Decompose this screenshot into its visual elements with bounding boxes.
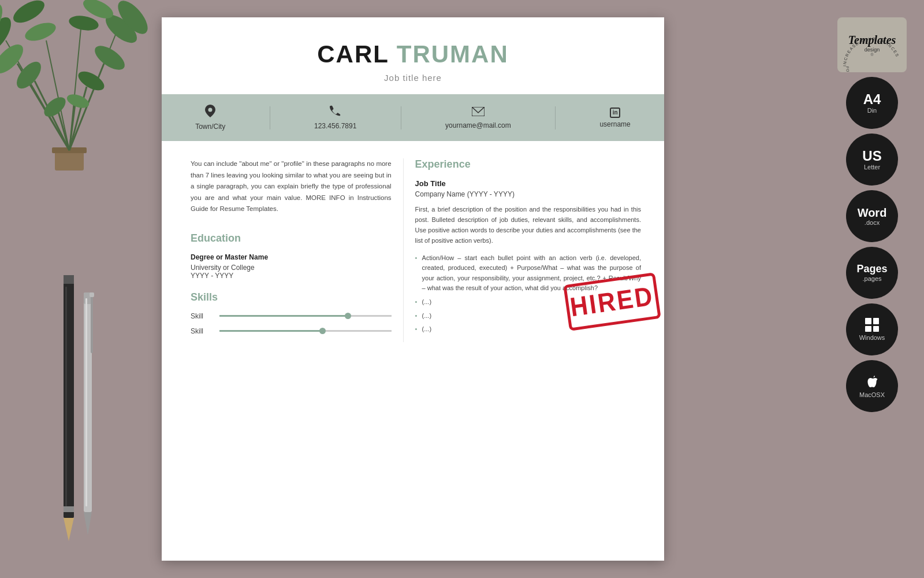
svg-rect-29 bbox=[64, 275, 74, 284]
skill-fill-1 bbox=[219, 315, 348, 317]
format-word-label: Word bbox=[858, 206, 887, 219]
location-text: Town/City bbox=[195, 123, 225, 131]
contact-divider-1 bbox=[270, 106, 270, 129]
svg-rect-28 bbox=[64, 506, 74, 512]
job-title: Job title here bbox=[196, 73, 629, 83]
contact-divider-2 bbox=[401, 106, 401, 129]
location-icon bbox=[205, 105, 215, 120]
svg-point-12 bbox=[40, 94, 69, 121]
format-a4[interactable]: A4 Din bbox=[846, 77, 898, 129]
apple-icon bbox=[866, 374, 878, 389]
stationery-decoration bbox=[29, 275, 133, 578]
templates-logo: INCREASE YOUR CHANCES FOR PERSONAL DEVEL… bbox=[837, 17, 907, 72]
resume-paper: CARL TRUMAN Job title here Town/City 123… bbox=[162, 17, 664, 561]
svg-line-9 bbox=[46, 40, 69, 150]
format-a4-label: A4 bbox=[863, 92, 881, 107]
templates-logo-text: Templates bbox=[848, 34, 896, 47]
format-windows[interactable]: Windows bbox=[846, 303, 898, 355]
templates-logo-registered: ® bbox=[870, 53, 873, 57]
svg-rect-30 bbox=[65, 287, 67, 506]
skills-heading: Skills bbox=[191, 291, 392, 303]
education-years: YYYY - YYYY bbox=[191, 272, 392, 280]
skill-label-1: Skill bbox=[191, 312, 214, 320]
format-macosx-label: MacOSX bbox=[859, 391, 885, 398]
format-us-sub: Letter bbox=[864, 164, 880, 171]
svg-point-19 bbox=[23, 19, 58, 45]
education-school: University or College bbox=[191, 264, 392, 272]
svg-marker-27 bbox=[64, 518, 74, 541]
last-name: TRUMAN bbox=[397, 40, 509, 68]
skill-dot-2 bbox=[319, 328, 326, 334]
windows-cell-3 bbox=[865, 326, 871, 332]
windows-cell-2 bbox=[873, 318, 880, 324]
svg-point-24 bbox=[10, 0, 48, 27]
email-icon bbox=[472, 106, 485, 119]
contact-linkedin: in username bbox=[599, 108, 630, 128]
resume-header: CARL TRUMAN Job title here bbox=[162, 17, 664, 94]
svg-point-37 bbox=[208, 108, 213, 112]
linkedin-icon: in bbox=[610, 108, 620, 118]
format-pages[interactable]: Pages .pages bbox=[846, 247, 898, 299]
skill-bar-1 bbox=[219, 315, 392, 317]
resume-left-column: You can include "about me" or "profile" … bbox=[162, 158, 403, 342]
experience-job-title: Job Title bbox=[415, 179, 641, 188]
svg-rect-31 bbox=[84, 292, 92, 512]
skill-dot-1 bbox=[345, 313, 351, 319]
skill-fill-2 bbox=[219, 330, 323, 332]
skills-section: Skills Skill Skill bbox=[191, 291, 392, 335]
experience-description: First, a brief description of the positi… bbox=[415, 204, 641, 246]
phone-icon bbox=[330, 105, 341, 120]
svg-point-21 bbox=[68, 14, 99, 33]
resume-right-column: Experience Job Title Company Name (YYYY … bbox=[403, 158, 664, 342]
format-us[interactable]: US Letter bbox=[846, 134, 898, 186]
svg-rect-36 bbox=[85, 298, 87, 506]
education-section: Education Degree or Master Name Universi… bbox=[191, 232, 392, 280]
windows-icon bbox=[865, 318, 879, 332]
bullet-4: (...) bbox=[415, 324, 641, 335]
experience-company: Company Name (YYYY - YYYY) bbox=[415, 190, 641, 198]
svg-point-17 bbox=[91, 41, 128, 74]
experience-heading: Experience bbox=[415, 158, 641, 171]
about-text: You can include "about me" or "profile" … bbox=[191, 158, 392, 215]
templates-logo-design: design bbox=[865, 47, 880, 53]
format-pages-sub: .pages bbox=[862, 275, 881, 282]
format-word[interactable]: Word .docx bbox=[846, 190, 898, 242]
format-windows-label: Windows bbox=[859, 334, 885, 341]
svg-point-14 bbox=[12, 58, 45, 93]
first-name: CARL bbox=[317, 40, 389, 68]
hired-text: HIRED bbox=[568, 280, 656, 323]
contact-divider-3 bbox=[555, 106, 556, 129]
svg-rect-0 bbox=[55, 150, 84, 171]
format-pages-label: Pages bbox=[856, 264, 887, 275]
format-macosx[interactable]: MacOSX bbox=[846, 360, 898, 412]
svg-rect-35 bbox=[90, 292, 94, 297]
svg-point-15 bbox=[75, 68, 107, 94]
format-a4-sub: Din bbox=[867, 107, 877, 114]
skill-label-2: Skill bbox=[191, 327, 214, 335]
right-sidebar: INCREASE YOUR CHANCES FOR PERSONAL DEVEL… bbox=[832, 17, 912, 412]
format-word-sub: .docx bbox=[865, 219, 880, 226]
linkedin-text: username bbox=[599, 120, 630, 128]
windows-cell-1 bbox=[865, 318, 871, 324]
svg-marker-33 bbox=[84, 512, 92, 535]
contact-phone: 123.456.7891 bbox=[314, 105, 356, 130]
education-degree: Degree or Master Name bbox=[191, 253, 392, 261]
contact-location: Town/City bbox=[195, 105, 225, 131]
plant-decoration bbox=[0, 0, 162, 181]
email-text: yourname@mail.com bbox=[445, 121, 511, 129]
skill-item-1: Skill bbox=[191, 312, 392, 320]
svg-rect-26 bbox=[64, 275, 74, 518]
skill-bar-2 bbox=[219, 330, 392, 332]
education-heading: Education bbox=[191, 232, 392, 244]
resume-name: CARL TRUMAN bbox=[196, 40, 629, 68]
skill-item-2: Skill bbox=[191, 327, 392, 335]
contact-bar: Town/City 123.456.7891 yourname@mail.com bbox=[162, 94, 664, 141]
contact-email: yourname@mail.com bbox=[445, 106, 511, 129]
resume-body: You can include "about me" or "profile" … bbox=[162, 141, 664, 342]
svg-rect-34 bbox=[91, 295, 93, 353]
windows-cell-4 bbox=[873, 326, 880, 332]
phone-text: 123.456.7891 bbox=[314, 122, 356, 130]
svg-text:FOR PERSONAL DEVELOPMENT: FOR PERSONAL DEVELOPMENT bbox=[845, 66, 896, 72]
format-us-label: US bbox=[862, 149, 881, 164]
